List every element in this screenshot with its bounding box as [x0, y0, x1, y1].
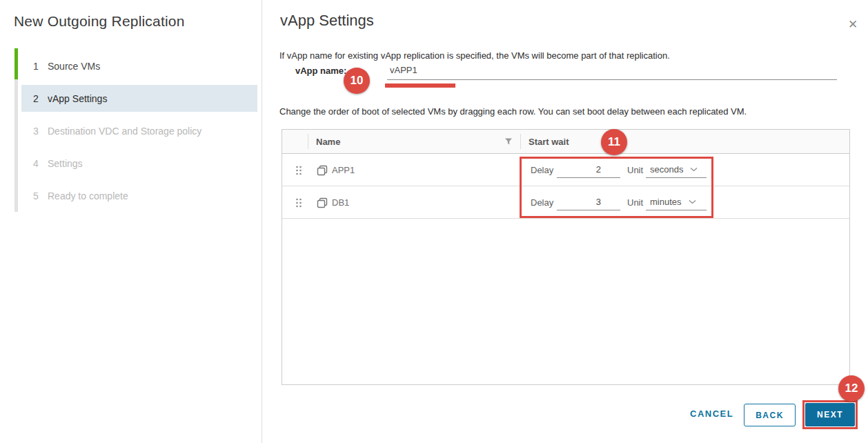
delay-label: Delay: [531, 197, 553, 208]
wizard-step-vapp-settings[interactable]: 2 vApp Settings: [21, 85, 257, 112]
wizard-step-destination-vdc[interactable]: 3 Destination VDC and Storage policy: [21, 117, 257, 144]
unit-label: Unit: [627, 165, 643, 175]
unit-select-value: seconds: [650, 164, 683, 175]
step-label: Source VMs: [48, 61, 100, 72]
step-label: Destination VDC and Storage policy: [48, 126, 201, 137]
step-number: 2: [31, 93, 41, 104]
new-outgoing-replication-dialog: New Outgoing Replication 1 Source VMs 2 …: [0, 0, 868, 443]
boot-order-description: Change the order of boot of selected VMs…: [279, 106, 747, 117]
column-header-start-wait: Start wait: [529, 130, 569, 154]
vapp-name-description: If vApp name for existing vApp replicati…: [279, 50, 670, 61]
delay-label: Delay: [531, 165, 553, 175]
wizard-step-source-vms[interactable]: 1 Source VMs: [21, 52, 257, 79]
cancel-button[interactable]: CANCEL: [690, 408, 733, 419]
close-icon[interactable]: ✕: [845, 17, 861, 33]
drag-handle-icon[interactable]: [295, 166, 302, 175]
vm-name: APP1: [332, 165, 355, 175]
drag-handle-icon[interactable]: [295, 198, 302, 208]
back-button[interactable]: BACK: [744, 404, 796, 426]
annotation-badge-10: 10: [344, 68, 370, 94]
vm-icon: [317, 197, 328, 208]
table-header-row: Name Start wait: [282, 130, 849, 154]
annotation-badge-11: 11: [601, 129, 627, 155]
annotation-badge-12: 12: [838, 375, 865, 402]
vm-name: DB1: [332, 197, 349, 208]
unit-select[interactable]: minutes: [646, 193, 707, 210]
sidebar-divider: [262, 0, 262, 443]
wizard-step-ready-to-complete[interactable]: 5 Ready to complete: [21, 182, 257, 209]
header-column-divider: [308, 134, 308, 149]
unit-select-value: minutes: [650, 197, 682, 207]
delay-input[interactable]: [557, 193, 620, 210]
unit-label: Unit: [627, 197, 643, 208]
step-number: 4: [31, 158, 41, 169]
step-progress-done-bar: [14, 48, 18, 79]
column-header-name: Name: [316, 130, 340, 154]
step-number: 3: [31, 126, 41, 137]
page-title: vApp Settings: [280, 12, 374, 30]
table-row: DB1 Delay Unit minutes: [282, 186, 849, 219]
step-number: 5: [31, 190, 41, 201]
vapp-name-label: vApp name:: [295, 66, 346, 76]
wizard-step-list: 1 Source VMs 2 vApp Settings 3 Destinati…: [21, 52, 257, 215]
vapp-name-input[interactable]: [387, 62, 837, 80]
wizard-step-settings[interactable]: 4 Settings: [21, 150, 257, 177]
step-label: vApp Settings: [48, 93, 107, 104]
header-column-divider: [520, 134, 521, 149]
wizard-title: New Outgoing Replication: [14, 13, 185, 30]
next-button[interactable]: NEXT: [805, 403, 855, 426]
unit-select[interactable]: seconds: [646, 161, 707, 178]
vm-boot-order-table: Name Start wait APP1: [282, 129, 850, 385]
delay-input[interactable]: [557, 161, 620, 178]
chevron-down-icon: [690, 167, 698, 172]
step-label: Settings: [48, 158, 83, 169]
vm-icon: [317, 165, 328, 176]
step-number: 1: [31, 61, 41, 72]
chevron-down-icon: [689, 199, 696, 204]
step-label: Ready to complete: [48, 190, 128, 201]
annotation-underline-vapp-name: [385, 83, 455, 88]
filter-icon[interactable]: [502, 135, 515, 149]
table-row: APP1 Delay Unit seconds: [282, 154, 849, 186]
